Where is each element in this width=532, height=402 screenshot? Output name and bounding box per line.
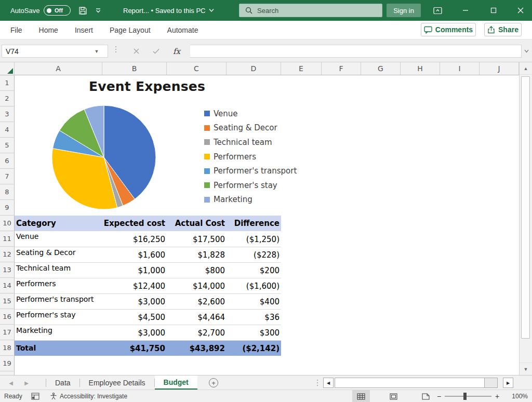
formula-bar-grip[interactable] [115,46,116,52]
formula-bar-expand-button[interactable] [522,45,531,58]
row-header-20[interactable]: 20 [0,371,15,375]
name-box[interactable]: ▼ [2,45,108,58]
horizontal-scrollbar[interactable] [335,378,498,388]
cell-expected[interactable]: $4,500 [102,309,167,325]
vertical-scroll-thumb[interactable] [521,76,530,339]
column-header-H[interactable]: H [401,62,440,75]
scroll-up-button[interactable]: ▲ [520,62,532,75]
row-header-3[interactable]: 3 [0,106,15,122]
cell-category[interactable]: Marketing [15,325,102,340]
cell-actual[interactable]: $4,464 [167,309,227,325]
cell-difference[interactable]: ($1,250) [227,231,281,247]
cell-actual[interactable]: $14,000 [167,278,227,293]
row-header-17[interactable]: 17 [0,325,15,340]
sheet-nav-forward-button[interactable]: ▶ [21,376,32,390]
cell-actual[interactable]: $2,700 [167,325,227,340]
cell-difference[interactable]: ($228) [227,247,281,262]
sheet-tab-budget[interactable]: Budget [155,376,197,390]
row-header-11[interactable]: 11 [0,231,15,247]
cell-category[interactable]: Performers [15,278,102,293]
column-header-B[interactable]: B [102,62,167,75]
legend-item-technical-team[interactable]: Technical team [204,135,297,150]
tabbar-grip[interactable] [317,380,318,386]
sheet-tab-data[interactable]: Data [46,376,79,390]
vertical-scrollbar[interactable]: ▲ ▼ [519,62,532,375]
row-header-6[interactable]: 6 [0,153,15,169]
cell-actual[interactable]: $800 [167,262,227,278]
ribbon-tab-automate[interactable]: Automate [159,21,207,39]
cell-category[interactable]: Performer's stay [15,309,102,325]
ribbon-tab-page-layout[interactable]: Page Layout [101,21,159,39]
formula-enter-button[interactable] [149,45,163,58]
scroll-right-button[interactable]: ▶ [503,378,513,388]
cell-total-expected[interactable]: $41,750 [102,340,167,356]
formula-cancel-button[interactable] [129,45,143,58]
new-sheet-button[interactable]: + [209,378,218,387]
search-input[interactable] [257,7,361,15]
row-header-9[interactable]: 9 [0,200,15,216]
table-header-difference[interactable]: Difference [227,216,281,231]
window-maximize-button[interactable] [486,0,501,21]
cell-category[interactable]: Technical team [15,262,102,278]
legend-item-performers[interactable]: Performers [204,150,297,164]
zoom-slider-thumb[interactable] [463,393,467,400]
column-header-J[interactable]: J [480,62,519,75]
cell-actual[interactable]: $17,500 [167,231,227,247]
window-minimize-button[interactable] [458,0,473,21]
cell-difference[interactable]: $300 [227,325,281,340]
row-header-4[interactable]: 4 [0,122,15,138]
sheet-tab-employee-details[interactable]: Employee Details [80,376,154,390]
zoom-level-label[interactable]: 100% [507,390,528,402]
scroll-left-button[interactable]: ◀ [323,378,334,388]
formula-input[interactable] [190,45,522,58]
name-box-dropdown[interactable]: ▼ [90,49,103,54]
legend-item-performer-s-stay[interactable]: Performer's stay [204,178,297,193]
cell-expected[interactable]: $1,600 [102,247,167,262]
signin-button[interactable]: Sign in [387,4,421,17]
cell-expected[interactable]: $1,000 [102,262,167,278]
cell-category[interactable]: Seating & Decor [15,247,102,262]
zoom-in-button[interactable]: + [494,390,501,402]
cell-difference[interactable]: $200 [227,262,281,278]
cell-actual[interactable]: $1,828 [167,247,227,262]
cell-difference[interactable]: $400 [227,293,281,309]
column-header-F[interactable]: F [322,62,361,75]
ribbon-tab-home[interactable]: Home [31,21,66,39]
share-button[interactable]: Share [484,23,522,36]
save-options-dropdown[interactable] [92,0,104,21]
scroll-down-button[interactable]: ▼ [520,363,532,375]
search-box[interactable] [239,4,382,17]
ribbon-display-options-button[interactable] [430,0,445,21]
pie-chart[interactable] [49,103,158,212]
cell-category[interactable]: Venue [15,231,102,247]
table-header-category[interactable]: Category [15,216,102,231]
legend-item-marketing[interactable]: Marketing [204,193,297,207]
cell-expected[interactable]: $16,250 [102,231,167,247]
cell-total-actual[interactable]: $43,892 [167,340,227,356]
column-header-C[interactable]: C [167,62,227,75]
legend-item-seating-decor[interactable]: Seating & Decor [204,121,297,136]
legend-item-performer-s-transport[interactable]: Performer's transport [204,164,297,178]
ribbon-tab-insert[interactable]: Insert [66,21,101,39]
cell-expected[interactable]: $3,000 [102,325,167,340]
cell-category[interactable]: Performer's transport [15,293,102,309]
row-header-1[interactable]: 1 [0,75,15,91]
row-header-7[interactable]: 7 [0,169,15,184]
save-button[interactable] [76,0,89,21]
column-header-E[interactable]: E [281,62,322,75]
column-header-D[interactable]: D [227,62,281,75]
row-header-12[interactable]: 12 [0,247,15,262]
comments-button[interactable]: Comments [421,23,476,36]
column-header-A[interactable]: A [15,62,102,75]
cell-expected[interactable]: $3,000 [102,293,167,309]
row-header-18[interactable]: 18 [0,340,15,356]
macro-record-button[interactable] [31,390,39,402]
insert-function-button[interactable]: fx [169,45,184,58]
legend-item-venue[interactable]: Venue [204,106,297,121]
row-header-5[interactable]: 5 [0,138,15,153]
autosave-toggle[interactable]: Off [44,0,71,21]
cell-total-difference[interactable]: ($2,142) [227,340,281,356]
row-header-10[interactable]: 10 [0,216,15,231]
row-header-8[interactable]: 8 [0,184,15,200]
select-all-button[interactable] [0,62,15,75]
